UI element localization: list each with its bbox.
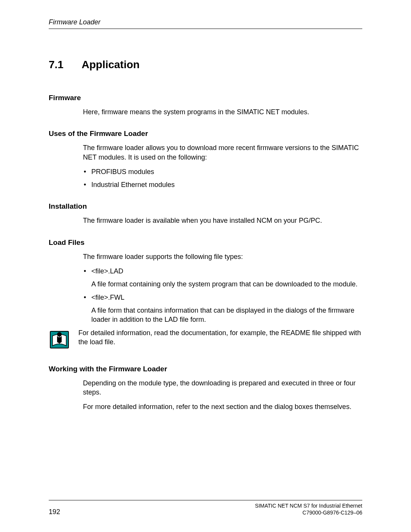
list-item-text: PROFIBUS modules [91,168,154,176]
footer-line2: C79000-G8976-C129–06 [255,510,362,516]
file-name: <file>.FWL [91,294,124,301]
subhead-loadfiles: Load Files [49,238,362,247]
uses-intro: The firmware loader allows you to downlo… [83,143,362,162]
loadfiles-body: The firmware loader supports the followi… [83,252,362,324]
uses-body: The firmware loader allows you to downlo… [83,143,362,189]
subhead-working: Working with the Firmware Loader [49,365,362,373]
working-p1: Depending on the module type, the downlo… [83,379,362,397]
page: Firmware Loader 7.1 Application Firmware… [0,0,411,532]
header-rule [49,29,362,29]
installation-text: The firmware loader is available when yo… [83,216,362,225]
file-desc: A file form that contains information th… [91,306,362,324]
subhead-installation: Installation [49,202,362,211]
list-item: Industrial Ethernet modules [83,180,362,189]
footer: 192 SIMATIC NET NCM S7 for Industrial Et… [49,500,362,516]
svg-point-1 [57,332,62,337]
firmware-body: Here, firmware means the system programs… [83,107,362,117]
page-number: 192 [49,508,60,516]
section-number: 7.1 [49,59,80,71]
list-item: PROFIBUS modules [83,167,362,176]
footer-line1: SIMATIC NET NCM S7 for Industrial Ethern… [255,503,362,510]
firmware-text: Here, firmware means the system programs… [83,107,362,117]
list-item: <file>.FWL A file form that contains inf… [83,293,362,324]
loadfiles-intro: The firmware loader supports the followi… [83,252,362,261]
list-item: <file>.LAD A file format containing only… [83,267,362,289]
readme-row: For detailed information, read the docum… [49,328,362,352]
running-header: Firmware Loader [49,18,362,29]
reading-icon [49,329,70,352]
installation-body: The firmware loader is available when yo… [83,216,362,225]
readme-text: For detailed information, read the docum… [78,328,362,347]
working-body: Depending on the module type, the downlo… [83,379,362,412]
working-p2: For more detailed information, refer to … [83,402,362,411]
section-title: Application [81,59,139,71]
loadfiles-list: <file>.LAD A file format containing only… [83,267,362,324]
file-desc: A file format containing only the system… [91,280,362,289]
uses-list: PROFIBUS modules Industrial Ethernet mod… [83,167,362,190]
subhead-uses: Uses of the Firmware Loader [49,129,362,138]
subhead-firmware: Firmware [49,94,362,102]
footer-right: SIMATIC NET NCM S7 for Industrial Ethern… [255,503,362,516]
file-name: <file>.LAD [91,267,123,275]
list-item-text: Industrial Ethernet modules [91,181,175,189]
section-heading: 7.1 Application [49,59,362,71]
